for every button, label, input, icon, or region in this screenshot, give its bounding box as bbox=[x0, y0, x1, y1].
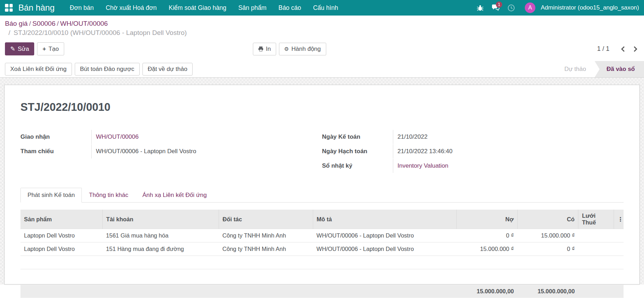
field-label-so-nhat-ky: Sổ nhật ký bbox=[322, 162, 393, 169]
table-spacer bbox=[20, 269, 624, 285]
debug-bug-icon[interactable] bbox=[473, 0, 487, 16]
tab-phat-sinh-ke-toan[interactable]: Phát sinh Kế toán bbox=[20, 188, 82, 203]
breadcrumb-s00006[interactable]: S00006 bbox=[32, 20, 56, 27]
breadcrumb: Báo giá/S00006/WH/OUT/00006 / STJ/2022/1… bbox=[5, 19, 639, 37]
pager: 1 / 1 bbox=[597, 44, 639, 54]
table-header-row: Sản phẩm Tài khoản Đối tác Mô tả Nợ Có L… bbox=[20, 210, 624, 229]
table-totals-row: 15.000.000,00 15.000.000,00 bbox=[20, 285, 624, 298]
field-label-giao-nhan: Giao nhận bbox=[20, 133, 91, 140]
plus-icon: + bbox=[42, 46, 46, 53]
journal-items-table: Sản phẩm Tài khoản Đối tác Mô tả Nợ Có L… bbox=[20, 210, 624, 298]
delete-reconciliation-button[interactable]: Xoá Liên kết Đối ứng bbox=[5, 63, 72, 76]
nav-item-cau-hinh[interactable]: Cấu hình bbox=[307, 0, 344, 16]
field-value-ngay-hach-toan: 21/10/2022 13:46:40 bbox=[393, 144, 624, 158]
document-title: STJ/2022/10/0010 bbox=[20, 101, 624, 114]
field-group-right: Ngày Kế toán 21/10/2022 Ngày Hạch toán 2… bbox=[322, 130, 624, 173]
nav-item-don-ban[interactable]: Đơn bán bbox=[64, 0, 100, 16]
form-view-background: STJ/2022/10/0010 Giao nhận WH/OUT/00006 … bbox=[0, 78, 644, 284]
tab-thong-tin-khac[interactable]: Thông tin khác bbox=[82, 188, 135, 203]
print-button[interactable]: In bbox=[253, 43, 276, 55]
pager-count: 1 / 1 bbox=[597, 45, 609, 53]
action-button[interactable]: ⚙Hành động bbox=[279, 43, 326, 55]
top-navbar: Bán hàng Đơn bán Chờ xuất Hoá đơn Kiểm s… bbox=[0, 0, 644, 16]
column-header-tax[interactable]: Lưới Thuế bbox=[578, 210, 614, 229]
pager-previous-icon[interactable] bbox=[619, 44, 627, 54]
breadcrumb-bao-gia[interactable]: Báo giá bbox=[5, 20, 28, 27]
nav-item-bao-cao[interactable]: Báo cáo bbox=[272, 0, 307, 16]
nav-item-cho-xuat-hoa-don[interactable]: Chờ xuất Hoá đơn bbox=[100, 0, 163, 16]
form-sheet: STJ/2022/10/0010 Giao nhận WH/OUT/00006 … bbox=[4, 85, 640, 284]
column-header-product[interactable]: Sản phẩm bbox=[20, 210, 103, 229]
printer-icon bbox=[258, 46, 263, 52]
user-avatar[interactable]: A bbox=[525, 2, 535, 13]
create-button[interactable]: +Tạo bbox=[37, 42, 64, 55]
control-panel: Báo giá/S00006/WH/OUT/00006 / STJ/2022/1… bbox=[0, 16, 644, 55]
stage-draft[interactable]: Dự thảo bbox=[556, 61, 594, 77]
message-count-badge: 1 bbox=[496, 1, 502, 8]
pencil-icon: ✎ bbox=[10, 45, 15, 53]
column-header-credit[interactable]: Có bbox=[517, 210, 578, 229]
activities-clock-icon[interactable] bbox=[504, 0, 518, 16]
total-credit: 15.000.000,00 bbox=[517, 285, 578, 298]
edit-button[interactable]: ✎Sửa bbox=[5, 42, 34, 55]
field-label-ngay-ke-toan: Ngày Kế toán bbox=[322, 133, 393, 140]
statusbar-row: Xoá Liên kết Đối ứng Bút toán Đảo ngược … bbox=[0, 61, 644, 78]
user-menu[interactable]: Administrator (odoo15_anglo_saxon) bbox=[541, 4, 639, 11]
statusbar: Dự thảo Đã vào sổ bbox=[556, 61, 644, 77]
field-value-ngay-ke-toan: 21/10/2022 bbox=[393, 130, 624, 144]
field-label-tham-chieu: Tham chiếu bbox=[20, 148, 91, 155]
nav-item-san-pham[interactable]: Sản phẩm bbox=[232, 0, 273, 16]
column-header-label[interactable]: Mô tả bbox=[313, 210, 456, 229]
optional-columns-icon[interactable]: ⋮ bbox=[614, 210, 624, 229]
field-label-ngay-hach-toan: Ngày Hạch toán bbox=[322, 148, 393, 155]
tab-anh-xa-lien-ket-doi-ung[interactable]: Ánh xạ Liên kết Đối ứng bbox=[135, 188, 214, 203]
breadcrumb-wh-out[interactable]: WH/OUT/00006 bbox=[60, 20, 108, 27]
reverse-entry-button[interactable]: Bút toán Đảo ngược bbox=[75, 63, 140, 76]
gear-icon: ⚙ bbox=[284, 46, 289, 52]
field-value-tham-chieu: WH/OUT/00006 - Laptopn Dell Vostro bbox=[91, 144, 298, 158]
field-value-so-nhat-ky[interactable]: Inventory Valuation bbox=[397, 162, 448, 169]
messages-icon[interactable]: 1 bbox=[489, 0, 502, 16]
notebook-tabs: Phát sinh Kế toán Thông tin khác Ánh xạ … bbox=[20, 188, 624, 203]
breadcrumb-current: STJ/2022/10/0010 (WH/OUT/00006 - Laptopn… bbox=[14, 29, 187, 36]
button-bar: ✎Sửa +Tạo In ⚙Hành động 1 / 1 bbox=[5, 42, 639, 55]
reset-to-draft-button[interactable]: Đặt về dự thảo bbox=[142, 63, 193, 76]
stage-posted[interactable]: Đã vào sổ bbox=[595, 61, 644, 77]
field-value-giao-nhan[interactable]: WH/OUT/00006 bbox=[96, 133, 139, 140]
pager-next-icon[interactable] bbox=[632, 44, 639, 54]
nav-item-kiem-soat-giao-hang[interactable]: Kiểm soát Giao hàng bbox=[163, 0, 232, 16]
table-empty-row bbox=[20, 256, 624, 269]
column-header-partner[interactable]: Đối tác bbox=[219, 210, 313, 229]
table-row[interactable]: Laptopn Dell Vostro 1561 Giá mua hàng hó… bbox=[20, 229, 624, 242]
column-header-account[interactable]: Tài khoản bbox=[103, 210, 219, 229]
total-debit: 15.000.000,00 bbox=[456, 285, 517, 298]
apps-menu-icon[interactable] bbox=[5, 4, 13, 12]
field-group-left: Giao nhận WH/OUT/00006 Tham chiếu WH/OUT… bbox=[20, 130, 298, 173]
column-header-debit[interactable]: Nợ bbox=[456, 210, 517, 229]
table-row[interactable]: Laptopn Dell Vostro 151 Hàng mua đang đi… bbox=[20, 242, 624, 256]
app-brand[interactable]: Bán hàng bbox=[18, 3, 55, 13]
